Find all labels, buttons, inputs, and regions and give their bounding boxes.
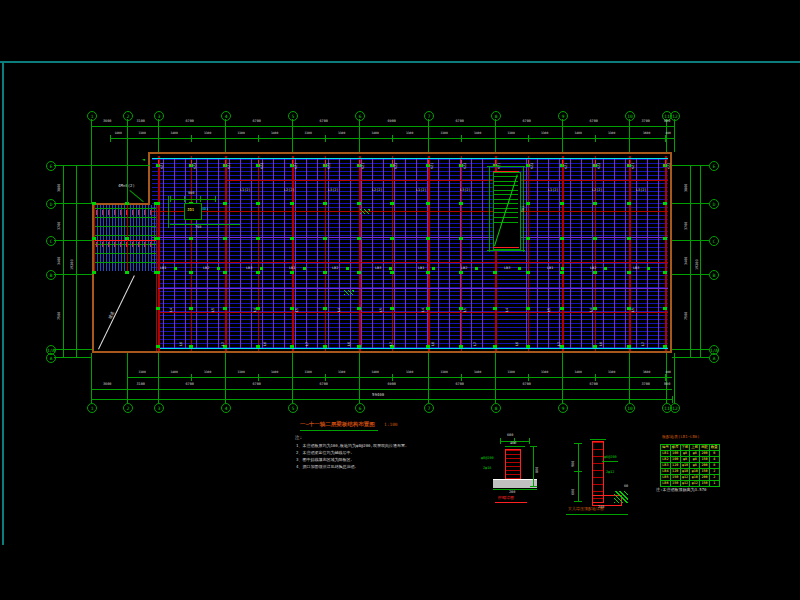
beam-line-h xyxy=(152,211,668,212)
column-mark xyxy=(189,271,193,274)
column-mark xyxy=(526,271,530,274)
dim-tick xyxy=(495,386,496,393)
dim-tick xyxy=(666,123,667,130)
dim-text: 6700 xyxy=(186,383,194,387)
stair-tread xyxy=(494,194,518,195)
dim-tick xyxy=(595,374,596,381)
beam-label: L5 xyxy=(296,308,300,312)
column-mark xyxy=(290,237,294,240)
stair-landing xyxy=(494,222,518,223)
dim-text: 6700 xyxy=(523,383,531,387)
dim-tick xyxy=(528,135,529,142)
rebar-tick xyxy=(96,210,97,215)
column-mark xyxy=(189,307,193,310)
stair-tread xyxy=(494,199,518,200)
dim-tick xyxy=(58,274,68,275)
dim-tick xyxy=(574,443,582,444)
dim-text: 200 xyxy=(509,491,515,495)
column-label: KZ2 xyxy=(598,163,602,169)
column-mark xyxy=(493,345,497,348)
column-tick xyxy=(528,160,529,166)
column-mark xyxy=(223,202,227,205)
column-mark xyxy=(560,202,564,205)
dim-text: 6700 xyxy=(456,383,464,387)
dim-text: 6700 xyxy=(253,383,261,387)
wall-outline xyxy=(670,152,672,353)
beam-line-v xyxy=(163,159,164,348)
note-line: 3、图中斜线填充区域为降板区。 xyxy=(296,458,354,462)
dim-line xyxy=(170,224,240,225)
column-mark xyxy=(357,237,361,240)
beam-label: LB1 xyxy=(289,267,295,271)
column-label: KZ2 xyxy=(261,163,265,169)
dim-text: 3300 xyxy=(441,132,448,135)
column-mark xyxy=(593,202,597,205)
column-mark xyxy=(426,345,430,348)
beam-line-v xyxy=(614,159,615,348)
dim-tick xyxy=(674,386,675,393)
dim-text: 800 xyxy=(664,120,670,124)
beam-label: LB3 xyxy=(375,267,381,271)
notes-label: 注: xyxy=(295,436,302,441)
axis-bubble: E xyxy=(46,161,56,171)
column-grid-line xyxy=(528,156,529,351)
dim-tick xyxy=(686,357,696,358)
beam-label: L7 xyxy=(558,342,562,346)
stair-tread xyxy=(494,217,518,218)
beam-label: L3(2) xyxy=(636,189,647,193)
axis-bubble: A xyxy=(46,353,56,363)
dim-tick xyxy=(359,123,360,130)
dim-tick xyxy=(292,374,293,381)
beam-label: LB3 xyxy=(246,267,252,271)
axis-bubble: 10 xyxy=(625,403,635,413)
dim-tick xyxy=(562,386,563,393)
dim-text: 3400 xyxy=(474,371,481,374)
column-mark xyxy=(323,345,327,348)
beam-label: L6 xyxy=(348,342,352,346)
dim-text: 3400 xyxy=(171,371,178,374)
section-mark xyxy=(344,290,354,295)
dim-tick xyxy=(91,396,92,403)
column-mark xyxy=(256,237,260,240)
axis-bubble: C xyxy=(709,236,719,246)
dim-tick xyxy=(325,135,326,142)
dim-tick xyxy=(359,374,360,381)
dim-tick xyxy=(686,240,696,241)
column-mark xyxy=(346,267,349,270)
dim-text: 3300 xyxy=(541,371,548,374)
axis-bubble: 5 xyxy=(288,403,298,413)
dim-tick xyxy=(292,135,293,142)
drawing-scale: 1:100 xyxy=(384,423,398,428)
column-mark xyxy=(174,267,177,270)
beam-label: L5 xyxy=(464,308,468,312)
column-mark xyxy=(627,271,631,274)
dim-tick xyxy=(428,135,429,142)
table-cell: 150 xyxy=(700,481,710,487)
dim-text: 3800 xyxy=(58,184,62,192)
dim-text: 59400 xyxy=(372,393,384,397)
annex-line xyxy=(94,262,156,263)
table-row: LB6150φ12φ121501 xyxy=(661,481,720,487)
dim-tick xyxy=(665,374,666,381)
beam-label: L6 xyxy=(600,342,604,346)
dim-tick xyxy=(562,374,563,381)
column-mark xyxy=(526,202,530,205)
schedule-table: 编号板厚下筋上筋间距数量LB1100φ8φ82006LB2100φ8φ81504… xyxy=(660,444,720,487)
column-mark xyxy=(518,267,521,270)
dim-tick xyxy=(110,135,111,142)
dim-text: 3600 xyxy=(643,371,650,374)
beam-line-v xyxy=(383,159,384,348)
axis-bubble: E xyxy=(709,161,719,171)
column-mark xyxy=(663,307,667,310)
beam-label: L4 xyxy=(338,308,342,312)
rebar-label: φ8@200 xyxy=(481,457,494,461)
dim-tick xyxy=(686,349,696,350)
rebar-tick xyxy=(126,210,127,215)
beam-line-v xyxy=(526,159,527,348)
dim-text: 3300 xyxy=(238,132,245,135)
column-mark xyxy=(223,237,227,240)
rebar-tick xyxy=(108,242,109,247)
beam-line-v xyxy=(229,159,230,348)
column-mark xyxy=(323,307,327,310)
edge-line xyxy=(152,158,668,159)
